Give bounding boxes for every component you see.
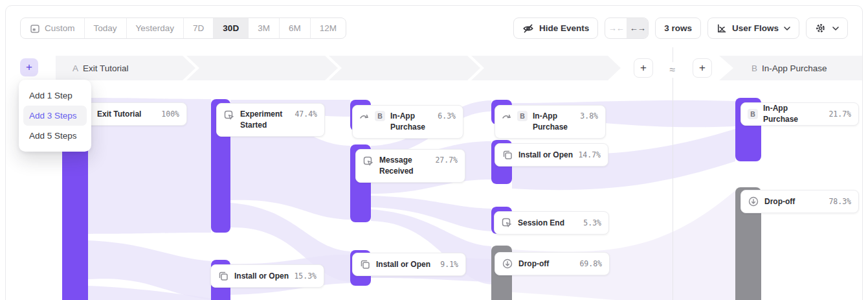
node-card-experiment-started[interactable]: Experiment Started 47.4% [216, 103, 325, 137]
add-step-button-before-b[interactable]: + [693, 58, 712, 78]
node-card-message-received[interactable]: Message Received 27.7% [355, 149, 465, 183]
date-range-today[interactable]: Today [84, 18, 126, 38]
node-card-drop-off-69[interactable]: Drop-off 69.8% [495, 252, 610, 275]
event-icon [362, 156, 374, 167]
drop-off-icon [502, 258, 513, 270]
add-step-menu: Add 1 Step Add 3 Steps Add 5 Steps [19, 80, 91, 152]
user-flows-canvas: Custom Today Yesterday 7D 30D 3M 6M 12M … [5, 5, 863, 300]
node-card-install-or-open-14[interactable]: Install or Open 14.7% [495, 143, 608, 167]
collapse-columns-icon[interactable]: →← [605, 18, 627, 38]
node-card-in-app-purchase-6[interactable]: B In-App Purchase 6.3% [352, 105, 463, 139]
section-divider [673, 47, 673, 300]
chevron-down-icon [832, 27, 839, 30]
drop-off-icon [748, 196, 759, 207]
calendar-icon [30, 23, 40, 34]
node-card-in-app-purchase-21[interactable]: B In-App Purchase 21.7% [740, 102, 859, 126]
eye-off-icon [522, 23, 534, 34]
skip-forward-icon [359, 111, 370, 122]
toolbar: Custom Today Yesterday 7D 30D 3M 6M 12M … [20, 17, 848, 39]
copy-icon [217, 270, 229, 282]
date-range-30d[interactable]: 30D [213, 18, 248, 38]
gear-icon [815, 23, 826, 34]
section-b-badge: B [748, 109, 758, 119]
section-b-badge: B [517, 111, 528, 121]
date-range-6m[interactable]: 6M [279, 18, 310, 38]
node-card-install-or-open-9[interactable]: Install or Open 9.1% [352, 253, 466, 276]
menu-item-add-3-steps[interactable]: Add 3 Steps [23, 106, 87, 126]
user-flows-chart-icon [717, 23, 727, 34]
copy-icon [502, 149, 513, 161]
gap-approx-symbol: ≈ [665, 62, 680, 78]
hide-events-button[interactable]: Hide Events [513, 17, 598, 39]
event-icon [501, 217, 513, 229]
add-step-button-after-a[interactable]: + [634, 58, 653, 78]
copy-icon [359, 259, 371, 270]
add-step-button-a[interactable]: + [20, 58, 38, 76]
menu-item-add-5-steps[interactable]: Add 5 Steps [23, 126, 87, 146]
date-range-custom[interactable]: Custom [21, 18, 84, 38]
date-range-group: Custom Today Yesterday 7D 30D 3M 6M 12M [20, 17, 346, 39]
expand-columns-icon[interactable]: ←→ [627, 18, 648, 38]
node-card-in-app-purchase-3[interactable]: B In-App Purchase 3.8% [495, 105, 606, 139]
date-range-12m[interactable]: 12M [310, 18, 346, 38]
chevron-down-icon [784, 27, 790, 30]
settings-button[interactable] [806, 17, 848, 39]
node-card-drop-off-78[interactable]: Drop-off 78.3% [740, 190, 859, 213]
skip-forward-icon [502, 111, 512, 122]
date-range-3m[interactable]: 3M [248, 18, 279, 38]
collapse-expand-group: →← ←→ [605, 17, 649, 39]
date-range-7d[interactable]: 7D [183, 18, 213, 38]
node-card-install-or-open-15[interactable]: Install or Open 15.3% [210, 264, 324, 288]
view-selector-button[interactable]: User Flows [707, 17, 799, 39]
section-b-badge: B [375, 111, 385, 121]
menu-item-add-1-step[interactable]: Add 1 Step [23, 86, 87, 106]
rows-button[interactable]: 3 rows [655, 17, 701, 39]
event-icon [223, 110, 235, 121]
node-card-session-end[interactable]: Session End 5.3% [494, 211, 609, 235]
date-range-yesterday[interactable]: Yesterday [126, 18, 184, 38]
